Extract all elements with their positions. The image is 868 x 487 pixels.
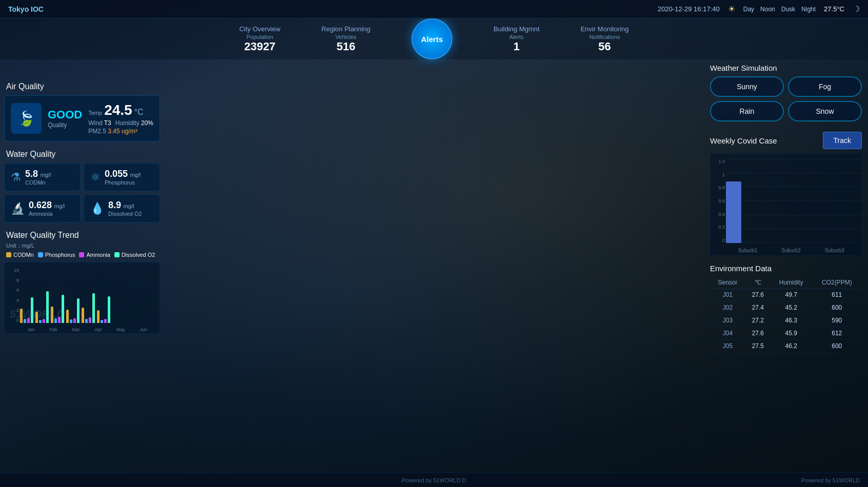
topbar-right: 2020-12-29 16:17:40 ☀ Day Noon Dusk Nigh… <box>658 4 860 14</box>
wqt-unit-label: Unit：mg/L <box>0 242 164 250</box>
wq-dissolved-o2-data: 8.9 mg/l Dissolved O2 <box>108 200 142 217</box>
nav-envir-monitoring-value: 56 <box>581 40 629 53</box>
covid-bar-suburb1 <box>726 181 741 243</box>
mode-day[interactable]: Day <box>743 6 754 13</box>
weather-modes: Day Noon Dusk Night <box>743 6 816 13</box>
nav-region-planning[interactable]: Region Planning Vehicles 516 <box>322 25 370 53</box>
wq-codmn: ⚗ 5.8 mg/l CODMn <box>4 163 81 191</box>
weather-snow-button[interactable]: Snow <box>788 101 862 121</box>
wq-ammonia-data: 0.628 mg/l Ammonia <box>29 200 65 217</box>
wq-phosphorus-unit: mg/l <box>130 172 141 178</box>
env-j05-co2: 600 <box>812 340 862 353</box>
wqt-apr <box>66 298 80 323</box>
covid-chart: 1.210.80.60.40.20 Suburb1 Suburb2 Suburb… <box>710 153 862 256</box>
table-row: J05 27.5 46.2 600 <box>710 340 862 353</box>
pm25-display: PM2.5 3.45 ug/m³ <box>88 128 153 135</box>
air-quality-section: Air Quality 🍃 GOOD Quality Temp 24.5 °C … <box>0 78 164 141</box>
topbar: Tokyo IOC 2020-12-29 16:17:40 ☀ Day Noon… <box>0 0 868 18</box>
env-j05-sensor: J05 <box>710 340 745 353</box>
wq-codmn-val: 5.8 <box>25 169 38 179</box>
table-row: J03 27.2 46.3 590 <box>710 314 862 327</box>
mode-noon[interactable]: Noon <box>760 6 775 13</box>
mode-dusk[interactable]: Dusk <box>781 6 795 13</box>
env-table-header: Sensor ℃ Humidity CO2(PPM) <box>710 277 862 289</box>
water-quality-section: Water Quality ⚗ 5.8 mg/l CODMn ⚛ 0.055 m… <box>0 146 164 222</box>
temperature-display: 27.5°C <box>824 5 844 13</box>
wq-dissolved-o2-label: Dissolved O2 <box>108 211 142 217</box>
env-table-header-row: Sensor ℃ Humidity CO2(PPM) <box>710 277 862 289</box>
weather-rain-button[interactable]: Rain <box>710 101 784 121</box>
env-j01-co2: 611 <box>812 289 862 301</box>
wind-display: Wind T3 <box>88 119 111 127</box>
covid-bar-suburb3 <box>798 242 813 243</box>
nav-city-overview[interactable]: City Overview Population 23927 <box>239 25 280 53</box>
wqt-chart: 1086420 <box>4 262 160 334</box>
wq-codmn-icon: ⚗ <box>11 171 21 184</box>
wq-ammonia-icon: 🔬 <box>11 202 25 215</box>
wq-codmn-label: CODMn <box>25 179 51 186</box>
weather-fog-button[interactable]: Fog <box>788 76 862 97</box>
env-j02-temp: 27.4 <box>745 301 771 314</box>
legend-codmn: CODMn <box>6 252 34 258</box>
env-data-title: Environment Data <box>710 264 862 273</box>
legend-dissolved-o2-dot <box>114 252 120 257</box>
nav-envir-monitoring-title: Envir Monitoring <box>581 25 629 33</box>
env-j03-sensor: J03 <box>710 314 745 327</box>
wq-codmn-data: 5.8 mg/l CODMn <box>25 169 51 186</box>
env-j05-humidity: 46.2 <box>771 340 812 353</box>
covid-bar-suburb2 <box>762 242 777 243</box>
air-quality-metrics: Temp 24.5 °C Wind T3 Humidity 20% PM2.5 … <box>88 102 153 135</box>
nav-building-mgmt[interactable]: Building Mgmnt Alerts 1 <box>494 25 540 53</box>
covid-title: Weekly Covid Case <box>710 136 777 145</box>
nav-envir-monitoring-sub: Notifications <box>581 34 629 40</box>
env-j01-humidity: 49.7 <box>771 289 812 301</box>
nav-region-planning-title: Region Planning <box>322 25 370 33</box>
env-col-temp: ℃ <box>745 277 771 289</box>
mode-night[interactable]: Night <box>801 6 816 13</box>
footer-center-text: Powered by 51WORLD D <box>402 477 466 483</box>
weather-simulation-title: Weather Simulation <box>710 64 862 72</box>
footer-right-text: Powered by 51WORLD <box>801 477 860 483</box>
nav-city-overview-value: 23927 <box>239 40 280 53</box>
alerts-button[interactable]: Alerts <box>411 18 452 59</box>
env-j03-temp: 27.2 <box>745 314 771 327</box>
air-quality-quality-label: Quality <box>48 121 82 129</box>
legend-codmn-dot <box>6 252 11 257</box>
covid-section: Weekly Covid Case Track 1.210.80.60.40.2… <box>704 128 868 258</box>
table-row: J01 27.6 49.7 611 <box>710 289 862 301</box>
env-j04-sensor: J04 <box>710 327 745 340</box>
covid-x-suburb2: Suburb2 <box>781 248 801 253</box>
weather-sunny-button[interactable]: Sunny <box>710 76 784 97</box>
table-row: J02 27.4 45.2 600 <box>710 301 862 314</box>
wqt-may <box>82 293 95 323</box>
nav-city-overview-sub: Population <box>239 34 280 40</box>
air-quality-card: 🍃 GOOD Quality Temp 24.5 °C Wind T3 Humi… <box>4 95 160 141</box>
sun-icon: ☀ <box>728 4 735 14</box>
footer: Powered by 51WORLD D Powered by 51WORLD <box>0 473 868 487</box>
covid-y-labels: 1.210.80.60.40.20 <box>712 159 725 243</box>
legend-phosphorus-dot <box>38 252 43 257</box>
water-quality-title: Water Quality <box>0 146 164 161</box>
wq-phosphorus-icon: ⚛ <box>90 171 101 184</box>
right-panel: Weather Simulation Sunny Fog Rain Snow W… <box>704 18 868 355</box>
track-button[interactable]: Track <box>823 132 862 149</box>
air-quality-title: Air Quality <box>0 78 164 93</box>
covid-x-suburb3: Suburb3 <box>825 248 844 253</box>
moon-icon: ☽ <box>853 4 860 14</box>
nav-envir-monitoring[interactable]: Envir Monitoring Notifications 56 <box>581 25 629 53</box>
wq-phosphorus-val: 0.055 <box>105 169 128 179</box>
temp-value: 24.5 <box>104 102 132 118</box>
env-j04-co2: 612 <box>812 327 862 340</box>
wind-humidity-row: Wind T3 Humidity 20% <box>88 119 153 127</box>
wq-dissolved-o2-unit: mg/l <box>123 203 134 209</box>
covid-header: Weekly Covid Case Track <box>710 132 862 149</box>
wq-dissolved-o2-val: 8.9 <box>108 200 121 210</box>
nav-region-planning-sub: Vehicles <box>322 34 370 40</box>
air-quality-status: GOOD Quality <box>48 108 82 129</box>
wq-phosphorus-data: 0.055 mg/l Phosphorus <box>105 169 141 186</box>
nav-building-mgmt-title: Building Mgmnt <box>494 25 540 33</box>
nav-building-mgmt-sub: Alerts <box>494 34 540 40</box>
datetime-display: 2020-12-29 16:17:40 <box>658 5 720 13</box>
wq-codmn-unit: mg/l <box>40 172 51 178</box>
env-j05-temp: 27.5 <box>745 340 771 353</box>
